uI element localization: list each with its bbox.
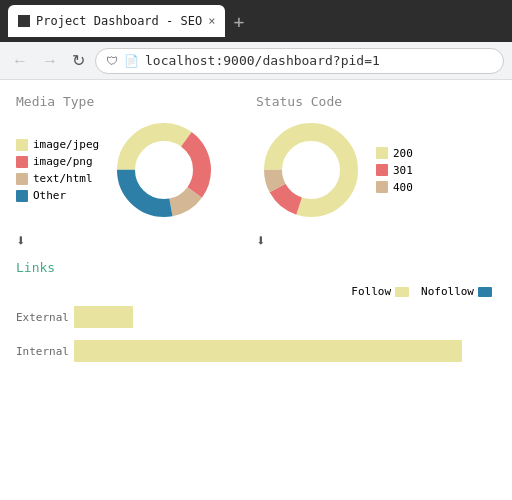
browser-chrome: Project Dashboard - SEO × + [0, 0, 512, 42]
url-text: localhost:9000/dashboard?pid=1 [145, 53, 380, 68]
follow-legend: Follow [351, 285, 409, 298]
media-type-donut [109, 115, 219, 225]
follow-label: Follow [351, 285, 391, 298]
internal-label: Internal [16, 345, 66, 358]
security-icon: 🛡 [106, 54, 118, 68]
nofollow-legend: Nofollow [421, 285, 492, 298]
svg-point-8 [291, 150, 331, 190]
media-type-section: Media Type image/jpeg image/png text/htm… [16, 90, 256, 254]
legend-color-other [16, 190, 28, 202]
legend-color-301 [376, 164, 388, 176]
legend-label-png: image/png [33, 155, 93, 168]
bar-row-internal: Internal [16, 340, 496, 362]
legend-item-html: text/html [16, 172, 99, 185]
media-type-download-icon[interactable]: ⬇ [16, 231, 256, 250]
media-type-chart-area: image/jpeg image/png text/html Other [16, 115, 256, 225]
media-type-title: Media Type [16, 94, 256, 109]
url-bar[interactable]: 🛡 📄 localhost:9000/dashboard?pid=1 [95, 48, 504, 74]
reload-button[interactable]: ↻ [68, 49, 89, 72]
legend-item-400: 400 [376, 181, 413, 194]
status-code-chart-area: 200 301 400 [256, 115, 496, 225]
bar-row-external: External [16, 306, 496, 328]
external-follow-bar [74, 306, 133, 328]
external-bars [74, 306, 496, 328]
legend-item-png: image/png [16, 155, 99, 168]
internal-follow-bar [74, 340, 462, 362]
tab-favicon [18, 15, 30, 27]
nofollow-label: Nofollow [421, 285, 474, 298]
url-icon: 📄 [124, 54, 139, 68]
legend-item-200: 200 [376, 147, 413, 160]
back-button[interactable]: ← [8, 50, 32, 72]
tab-title: Project Dashboard - SEO [36, 14, 202, 28]
legend-label-400: 400 [393, 181, 413, 194]
links-section: Links Follow Nofollow External [16, 260, 496, 362]
new-tab-button[interactable]: + [233, 11, 244, 32]
status-code-download-icon[interactable]: ⬇ [256, 231, 496, 250]
links-bar-chart: External Internal [16, 306, 496, 362]
tab-close-button[interactable]: × [208, 14, 215, 28]
follow-color [395, 287, 409, 297]
external-label: External [16, 311, 66, 324]
legend-color-jpeg [16, 139, 28, 151]
legend-label-html: text/html [33, 172, 93, 185]
navigation-bar: ← → ↻ 🛡 📄 localhost:9000/dashboard?pid=1 [0, 42, 512, 80]
browser-tab[interactable]: Project Dashboard - SEO × [8, 5, 225, 37]
status-code-title: Status Code [256, 94, 496, 109]
internal-bars [74, 340, 496, 362]
status-code-legend: 200 301 400 [376, 147, 413, 194]
legend-color-png [16, 156, 28, 168]
status-code-donut [256, 115, 366, 225]
page-content: Media Type image/jpeg image/png text/htm… [0, 80, 512, 500]
legend-label-200: 200 [393, 147, 413, 160]
status-code-section: Status Code 200 [256, 90, 496, 254]
charts-row: Media Type image/jpeg image/png text/htm… [16, 90, 496, 254]
legend-color-200 [376, 147, 388, 159]
forward-button[interactable]: → [38, 50, 62, 72]
nofollow-color [478, 287, 492, 297]
legend-color-400 [376, 181, 388, 193]
legend-label-other: Other [33, 189, 66, 202]
legend-item-other: Other [16, 189, 99, 202]
legend-label-301: 301 [393, 164, 413, 177]
legend-color-html [16, 173, 28, 185]
legend-item-301: 301 [376, 164, 413, 177]
legend-label-jpeg: image/jpeg [33, 138, 99, 151]
media-type-legend: image/jpeg image/png text/html Other [16, 138, 99, 202]
links-legend-row: Follow Nofollow [16, 285, 496, 298]
svg-point-4 [144, 150, 184, 190]
legend-item-jpeg: image/jpeg [16, 138, 99, 151]
links-title: Links [16, 260, 496, 275]
